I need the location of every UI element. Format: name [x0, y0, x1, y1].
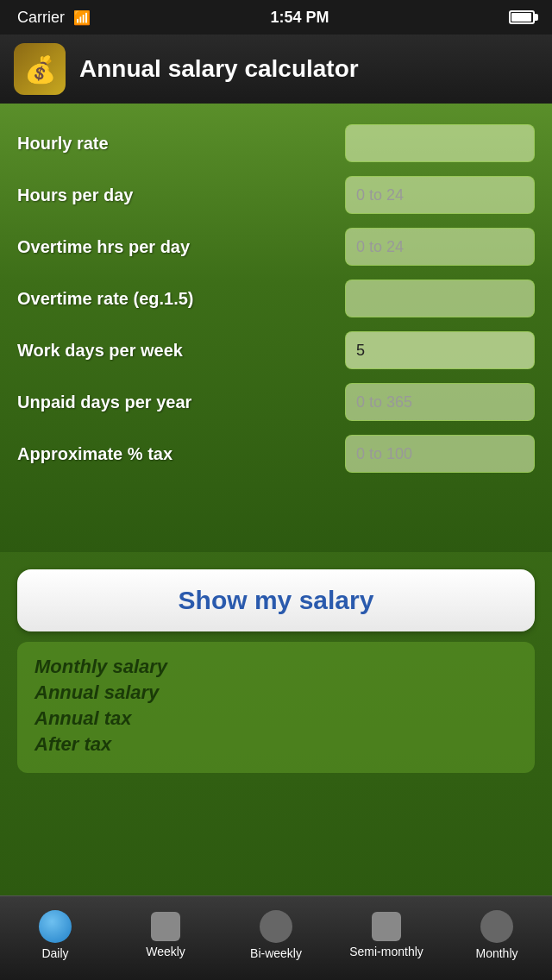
form-input-hours-per-day[interactable]: [345, 176, 535, 214]
status-left: Carrier 📶: [17, 9, 91, 27]
status-time: 1:54 PM: [270, 9, 329, 27]
button-area: Show my salary: [0, 552, 552, 631]
form-row-work-days: Work days per week: [17, 328, 535, 373]
square-icon-1: [151, 912, 180, 941]
form-input-approx-tax[interactable]: [345, 435, 535, 473]
content-wrapper: Hourly rateHours per dayOvertime hrs per…: [0, 104, 552, 895]
tab-daily[interactable]: Daily: [0, 910, 110, 967]
result-row-3: After tax: [34, 733, 518, 756]
app-header: 💰 Annual salary calculator: [0, 35, 552, 104]
form-label-hourly-rate: Hourly rate: [17, 134, 345, 154]
form-label-unpaid-days: Unpaid days per year: [17, 393, 345, 412]
tab-label-0: Daily: [41, 946, 68, 960]
form-label-overtime-hrs: Overtime hrs per day: [17, 237, 345, 257]
main-content: Hourly rateHours per dayOvertime hrs per…: [0, 104, 552, 552]
show-salary-button[interactable]: Show my salary: [17, 569, 535, 631]
result-row-0: Monthly salary: [34, 656, 518, 678]
circle-icon-4: [480, 910, 513, 943]
tab-bi-weekly[interactable]: Bi-weekly: [221, 910, 331, 967]
form-row-overtime-rate: Overtime rate (eg.1.5): [17, 276, 535, 321]
wifi-icon: 📶: [73, 9, 91, 26]
form-row-approx-tax: Approximate % tax: [17, 431, 535, 476]
tab-label-1: Weekly: [146, 945, 185, 958]
form-input-work-days[interactable]: [345, 331, 535, 369]
carrier-label: Carrier: [17, 9, 65, 27]
form-label-hours-per-day: Hours per day: [17, 185, 345, 205]
tab-semi-monthly[interactable]: Semi-monthly: [331, 910, 442, 967]
app-icon: 💰: [14, 43, 66, 95]
status-right: [509, 10, 535, 24]
form-label-overtime-rate: Overtime rate (eg.1.5): [17, 289, 345, 309]
form-row-unpaid-days: Unpaid days per year: [17, 380, 535, 424]
result-row-1: Annual salary: [34, 682, 518, 704]
form-row-hourly-rate: Hourly rate: [17, 121, 535, 166]
tabs-container: DailyWeeklyBi-weeklySemi-monthlyMonthly: [0, 910, 552, 967]
tab-bar: DailyWeeklyBi-weeklySemi-monthlyMonthly: [0, 895, 552, 980]
form-container: Hourly rateHours per dayOvertime hrs per…: [17, 121, 535, 476]
tab-label-3: Semi-monthly: [349, 945, 423, 958]
results-area: Monthly salaryAnnual salaryAnnual taxAft…: [17, 642, 535, 773]
form-input-overtime-rate[interactable]: [345, 280, 535, 317]
tab-label-4: Monthly: [475, 946, 518, 960]
result-row-2: Annual tax: [34, 707, 518, 730]
tab-label-2: Bi-weekly: [250, 946, 302, 960]
tab-weekly[interactable]: Weekly: [110, 910, 221, 967]
status-bar: Carrier 📶 1:54 PM: [0, 0, 552, 35]
circle-icon-0: [39, 910, 72, 943]
tab-monthly[interactable]: Monthly: [442, 910, 552, 967]
form-label-approx-tax: Approximate % tax: [17, 444, 345, 464]
form-label-work-days: Work days per week: [17, 341, 345, 361]
results-container: Monthly salaryAnnual salaryAnnual taxAft…: [34, 656, 518, 756]
app-title: Annual salary calculator: [79, 55, 359, 83]
battery-icon: [509, 10, 535, 24]
form-row-hours-per-day: Hours per day: [17, 173, 535, 217]
square-icon-3: [372, 912, 401, 941]
form-input-overtime-hrs[interactable]: [345, 228, 535, 266]
form-input-unpaid-days[interactable]: [345, 383, 535, 421]
form-input-hourly-rate[interactable]: [345, 124, 535, 162]
circle-icon-2: [260, 910, 292, 943]
form-row-overtime-hrs: Overtime hrs per day: [17, 224, 535, 269]
